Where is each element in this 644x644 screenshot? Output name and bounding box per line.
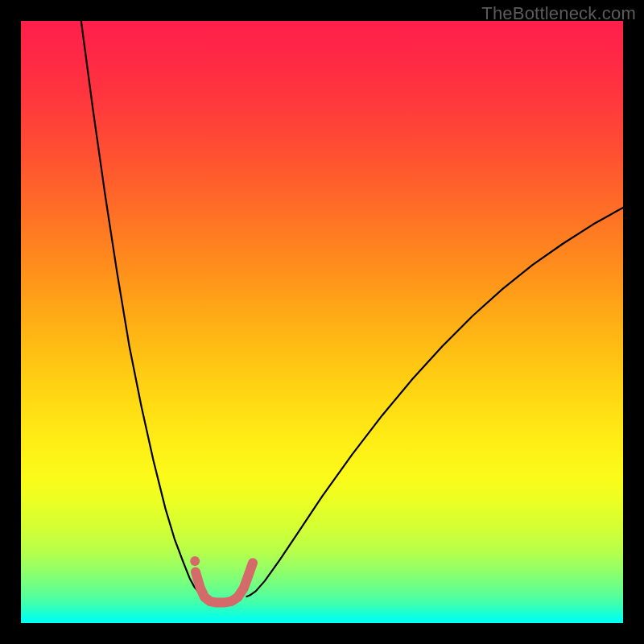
watermark-text: TheBottleneck.com: [481, 3, 636, 24]
chart-svg: [21, 21, 623, 623]
chart-frame: TheBottleneck.com: [0, 0, 644, 644]
chart-point-trough-dot: [190, 556, 200, 566]
chart-series-right-curve: [247, 208, 624, 597]
chart-series-left-curve: [81, 21, 204, 597]
chart-series-trough-band: [196, 563, 253, 602]
chart-plot-area: [21, 21, 623, 623]
